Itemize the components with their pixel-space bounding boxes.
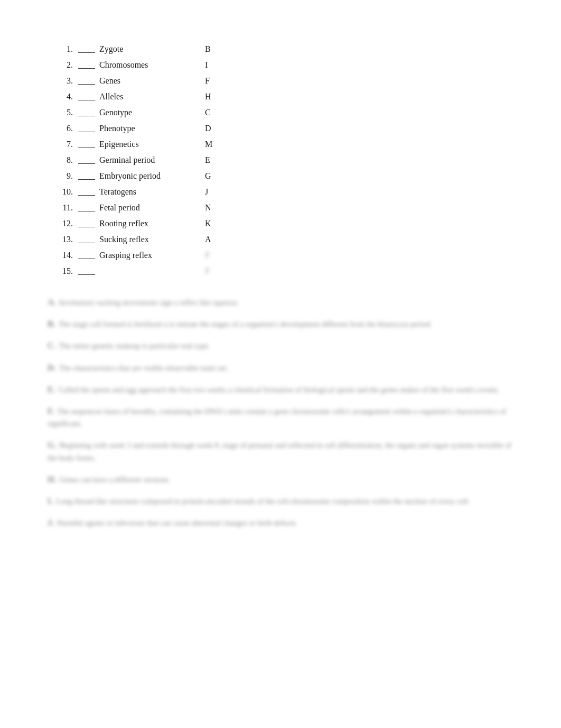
match-row: 2.____ChromosomesI — [53, 60, 519, 74]
match-blank: ____ — [78, 44, 99, 54]
match-row: 1.____ZygoteB — [53, 44, 519, 58]
match-term: Embryonic period — [99, 171, 205, 181]
definitions-section: A.Involuntary sucking movements sign a r… — [48, 296, 519, 529]
match-number: 9. — [53, 171, 78, 181]
match-number: 5. — [53, 108, 78, 117]
match-answer: P — [205, 251, 226, 260]
match-term: Sucking reflex — [99, 235, 205, 244]
match-row: 11.____Fetal periodN — [53, 203, 519, 217]
match-answer: P — [205, 266, 226, 276]
definition-text: Genes can have a different versions. — [59, 475, 170, 484]
match-term: Alleles — [99, 92, 205, 102]
match-number: 8. — [53, 155, 78, 165]
match-row: 4.____AllelesH — [53, 92, 519, 106]
match-answer: G — [205, 171, 226, 181]
match-row: 9.____Embryonic periodG — [53, 171, 519, 185]
match-term: Germinal period — [99, 155, 205, 165]
match-table: 1.____ZygoteB2.____ChromosomesI3.____Gen… — [53, 44, 519, 280]
definition-label: J. — [48, 518, 54, 527]
definition-item: I.Long thread-like structures composed i… — [48, 495, 519, 507]
match-answer: I — [205, 60, 226, 70]
match-number: 6. — [53, 124, 78, 133]
definition-item: E.Called the sperm and egg approach the … — [48, 383, 519, 395]
match-term: Rooting reflex — [99, 219, 205, 228]
match-answer: K — [205, 219, 226, 228]
match-answer: H — [205, 92, 226, 102]
match-blank: ____ — [78, 171, 99, 181]
match-blank: ____ — [78, 266, 99, 276]
definition-item: G.Beginning with week 3 and extends thro… — [48, 439, 519, 463]
definition-label: I. — [48, 496, 53, 505]
definition-item: J.Harmful agents or infections that can … — [48, 517, 519, 529]
definition-item: B.The stage cell formed is fertilized a … — [48, 318, 519, 330]
definition-text: The entire genetic makeup is particular … — [59, 342, 210, 350]
match-blank: ____ — [78, 76, 99, 86]
match-blank: ____ — [78, 92, 99, 102]
definition-label: G. — [48, 440, 56, 449]
match-number: 13. — [53, 235, 78, 244]
match-blank: ____ — [78, 108, 99, 117]
match-number: 2. — [53, 60, 78, 70]
definition-label: H. — [48, 475, 56, 484]
match-row: 7.____EpigeneticsM — [53, 140, 519, 153]
match-blank: ____ — [78, 187, 99, 197]
match-term: Genotype — [99, 108, 205, 117]
definition-label: A. — [48, 298, 56, 307]
match-row: 13.____Sucking reflexA — [53, 235, 519, 248]
definition-text: The stage cell formed is fertilized a to… — [59, 320, 432, 328]
definition-item: H.Genes can have a different versions. — [48, 473, 519, 485]
match-number: 11. — [53, 203, 78, 213]
match-answer: E — [205, 155, 226, 165]
match-term: Epigenetics — [99, 140, 205, 149]
match-row: 6.____PhenotypeD — [53, 124, 519, 137]
match-row: 12.____Rooting reflexK — [53, 219, 519, 233]
match-row: 5.____GenotypeC — [53, 108, 519, 122]
match-number: 3. — [53, 76, 78, 86]
match-term: Zygote — [99, 44, 205, 54]
match-term: Teratogens — [99, 187, 205, 197]
match-number: 1. — [53, 44, 78, 54]
match-term: Phenotype — [99, 124, 205, 133]
match-answer: N — [205, 203, 226, 213]
definition-text: Beginning with week 3 and extends throug… — [48, 441, 511, 462]
match-blank: ____ — [78, 251, 99, 260]
match-number: 15. — [53, 266, 78, 276]
match-number: 4. — [53, 92, 78, 102]
match-blank: ____ — [78, 140, 99, 149]
match-blank: ____ — [78, 235, 99, 244]
match-answer: C — [205, 108, 226, 117]
definition-text: The characteristics that are visible obs… — [59, 364, 228, 372]
match-blank: ____ — [78, 155, 99, 165]
definition-item: F.The sequences bases of heredity, conta… — [48, 405, 519, 429]
match-answer: F — [205, 76, 226, 86]
match-number: 10. — [53, 187, 78, 197]
definition-text: Called the sperm and egg approach the fi… — [59, 385, 500, 394]
match-row: 14.____Grasping reflexP — [53, 251, 519, 264]
match-blank: ____ — [78, 60, 99, 70]
definition-item: A.Involuntary sucking movements sign a r… — [48, 296, 519, 308]
match-row: 8.____Germinal periodE — [53, 155, 519, 169]
match-blank: ____ — [78, 203, 99, 213]
match-row: 10.____TeratogensJ — [53, 187, 519, 201]
match-term: Genes — [99, 76, 205, 86]
definition-text: Involuntary sucking movements sign a ref… — [59, 298, 239, 307]
match-answer: D — [205, 124, 226, 133]
match-row: 15.____P — [53, 266, 519, 280]
match-term: Chromosomes — [99, 60, 205, 70]
definition-text: Harmful agents or infections that can ca… — [57, 519, 297, 527]
definition-label: D. — [48, 363, 56, 372]
match-blank: ____ — [78, 219, 99, 228]
match-answer: J — [205, 187, 226, 197]
definition-item: C.The entire genetic makeup is particula… — [48, 339, 519, 352]
match-term: Fetal period — [99, 203, 205, 213]
definition-label: B. — [48, 319, 55, 328]
match-row: 3.____GenesF — [53, 76, 519, 90]
match-number: 12. — [53, 219, 78, 228]
match-number: 7. — [53, 140, 78, 149]
definition-text: The sequences bases of heredity, contain… — [48, 407, 506, 428]
definition-text: Long thread-like structures composed in … — [56, 497, 470, 505]
match-term: Grasping reflex — [99, 251, 205, 260]
match-answer: A — [205, 235, 226, 244]
match-answer: M — [205, 140, 226, 149]
match-answer: B — [205, 44, 226, 54]
